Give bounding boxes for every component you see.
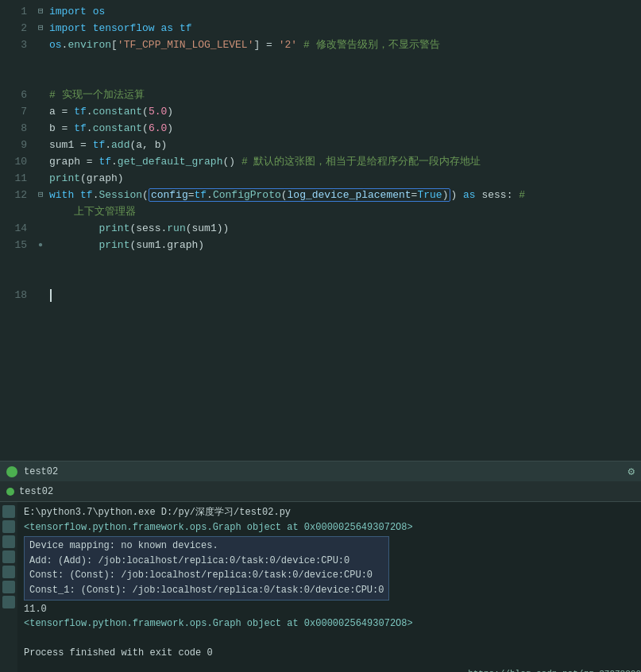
fold-icon-b1 [38, 53, 49, 70]
terminal-line-2: <tensorflow.python.framework.ops.Graph o… [24, 520, 641, 535]
code-line-cursor[interactable] [38, 287, 641, 303]
terminal-icon-5[interactable] [2, 566, 15, 578]
code-line-3: os.environ['TF_CPP_MIN_LOG_LEVEL'] = '2'… [38, 37, 641, 53]
terminal-line-1: E:\python3.7\python.exe D:/py/深度学习/test0… [24, 505, 641, 520]
code-line-6: # 实现一个加法运算 [38, 87, 641, 103]
code-line-blank1 [38, 53, 641, 70]
terminal-icon-2[interactable] [2, 520, 15, 533]
breakpoint-15[interactable]: ● [38, 237, 49, 253]
terminal-line-8: <tensorflow.python.framework.ops.Graph o… [24, 616, 641, 631]
fold-icon-7 [38, 103, 49, 120]
code-line-blank4 [38, 270, 641, 287]
fold-icon-3 [38, 37, 49, 53]
fold-icon-11 [38, 170, 49, 187]
terminal-area: test02 E:\python3.7\python.exe D:/py/深度学… [0, 481, 641, 672]
fold-icon-b2 [38, 70, 49, 87]
terminal-highlight-box: Device mapping: no known devices. Add: (… [24, 536, 389, 600]
terminal-status-icon [6, 488, 14, 496]
terminal-line-7: 11.0 [24, 602, 641, 617]
fold-icon-cursor [38, 287, 49, 303]
terminal-icon-3[interactable] [2, 535, 15, 548]
code-line-7: a = tf.constant(5.0) [38, 103, 641, 120]
gear-icon[interactable]: ⚙ [628, 465, 635, 478]
terminal-url: https://blog.csdn.net/qq_37978800 [24, 667, 641, 672]
editor-area: 1 2 3 6 7 8 9 10 11 12 14 15 18 ⊟ import… [0, 0, 641, 461]
terminal-icon-7[interactable] [2, 596, 15, 608]
terminal-line-5: Const: (Const): /job:localhost/replica:0… [29, 568, 384, 583]
terminal-header: test02 [0, 481, 641, 502]
terminal-line-3: Device mapping: no known devices. [29, 539, 384, 554]
code-line-8: b = tf.constant(6.0) [38, 120, 641, 137]
terminal-title: test02 [19, 486, 53, 497]
fold-icon-2[interactable]: ⊟ [38, 20, 49, 37]
code-line-15: ● print(sum1.graph) [38, 237, 641, 253]
terminal-icon-6[interactable] [2, 581, 15, 593]
code-line-12: ⊟ with tf.Session(config=tf.ConfigProto(… [38, 187, 641, 203]
fold-icon-13 [38, 203, 49, 220]
terminal-line-4: Add: (Add): /job:localhost/replica:0/tas… [29, 554, 384, 569]
status-bar: test02 ⚙ [0, 461, 641, 481]
fold-icon-8 [38, 120, 49, 137]
fold-icon-14 [38, 220, 49, 237]
code-line-9: sum1 = tf.add(a, b) [38, 137, 641, 153]
code-line-10: graph = tf.get_default_graph() # 默认的这张图，… [38, 153, 641, 170]
terminal-icon-1[interactable] [2, 505, 15, 518]
fold-icon-12[interactable]: ⊟ [38, 187, 49, 203]
terminal-line-blank [24, 631, 641, 647]
terminal-icon-4[interactable] [2, 550, 15, 563]
fold-icon-1[interactable]: ⊟ [38, 3, 49, 20]
status-indicator [6, 466, 17, 477]
code-content[interactable]: ⊟ import os ⊟ import tensorflow as tf os… [32, 0, 641, 307]
text-cursor [50, 289, 52, 302]
code-line-blank2 [38, 70, 641, 87]
line-numbers: 1 2 3 6 7 8 9 10 11 12 14 15 18 [0, 0, 32, 461]
fold-icon-b3 [38, 253, 49, 270]
fold-icon-9 [38, 137, 49, 153]
code-line-14: print(sess.run(sum1)) [38, 220, 641, 237]
terminal-line-9: Process finished with exit code 0 [24, 646, 641, 661]
terminal-content: E:\python3.7\python.exe D:/py/深度学习/test0… [17, 502, 641, 672]
fold-icon-6 [38, 87, 49, 103]
status-left: test02 [6, 466, 58, 477]
fold-icon-10 [38, 153, 49, 170]
code-line-blank3 [38, 253, 641, 270]
code-line-13: 上下文管理器 [38, 203, 641, 220]
terminal-line-6: Const_1: (Const): /job:localhost/replica… [29, 583, 384, 598]
code-line-2: ⊟ import tensorflow as tf [38, 20, 641, 37]
fold-icon-b4 [38, 270, 49, 287]
status-filename: test02 [24, 466, 58, 477]
code-line-11: print(graph) [38, 170, 641, 187]
code-line-1: ⊟ import os [38, 3, 641, 20]
